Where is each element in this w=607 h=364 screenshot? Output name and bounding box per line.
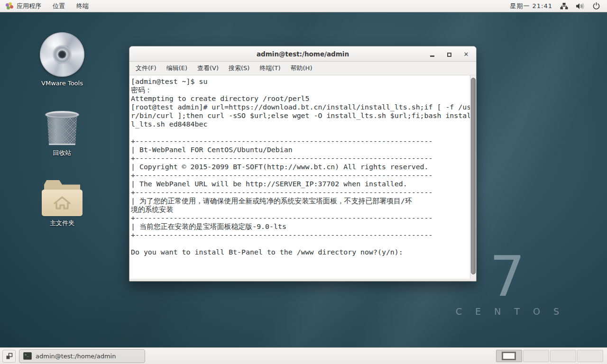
taskbar-window-label: admin@test:/home/admin — [36, 353, 116, 360]
terminal-line: | The WebPanel URL will be http://SERVER… — [131, 180, 469, 188]
clock[interactable]: 星期一 21:41 — [510, 2, 552, 10]
desktop-icon-vmware-tools[interactable]: VMware Tools — [33, 32, 92, 87]
terminal-menu-item[interactable]: 查看(V) — [197, 64, 219, 73]
workspace-1[interactable] — [496, 350, 522, 362]
close-button[interactable]: ✕ — [463, 51, 469, 57]
terminal-text: [admin@test ~]$ su密码：Attempting to creat… — [129, 75, 476, 256]
terminal-line: +---------------------------------------… — [131, 154, 469, 163]
power-icon[interactable] — [592, 2, 600, 10]
maximize-button[interactable] — [446, 51, 452, 57]
workspace-2[interactable] — [523, 350, 549, 362]
terminal-line: | Bt-WebPanel FOR CentOS/Ubuntu/Debian — [131, 146, 469, 154]
terminal-line: +---------------------------------------… — [131, 188, 469, 197]
workspace-4[interactable] — [577, 350, 603, 362]
network-icon[interactable] — [560, 2, 568, 10]
scrollbar-thumb[interactable] — [471, 78, 476, 274]
house-glyph — [51, 195, 74, 211]
terminal-line: +---------------------------------------… — [131, 171, 469, 180]
terminal-app-menu-label: 终端 — [76, 2, 89, 10]
minimize-button[interactable] — [429, 51, 435, 57]
terminal-app-menu[interactable]: 终端 — [76, 2, 89, 10]
terminal-scrollbar[interactable] — [470, 75, 476, 279]
applications-menu-label: 应用程序 — [17, 2, 41, 10]
maximize-icon — [447, 53, 451, 57]
window-title: admin@test:/home/admin — [129, 50, 476, 58]
desktop-icon-label: 回收站 — [53, 149, 72, 157]
terminal-line: [root@test admin]# url=https://download.… — [131, 103, 469, 111]
show-desktop-button[interactable] — [2, 350, 16, 363]
terminal-app-icon: >_ — [23, 352, 32, 360]
terminal-line: l_lts.sh ed8484bec — [131, 120, 469, 128]
terminal-menu-item[interactable]: 终端(T) — [259, 64, 280, 73]
terminal-window: admin@test:/home/admin ✕ 文件(F)编辑(E)查看(V)… — [129, 46, 477, 282]
desktop-icon-label: VMware Tools — [41, 80, 83, 87]
terminal-line: Attempting to create directory /root/per… — [131, 94, 469, 103]
window-bottom-edge — [129, 279, 476, 281]
terminal-line: 密码： — [131, 86, 469, 94]
terminal-content[interactable]: [admin@test ~]$ su密码：Attempting to creat… — [129, 75, 476, 279]
desktop-icon-label: 主文件夹 — [50, 219, 74, 228]
centos-brand-text: C E N T O S — [451, 306, 564, 317]
workspace-window-preview — [502, 352, 516, 360]
window-controls: ✕ — [429, 51, 476, 57]
workspace-3[interactable] — [550, 350, 576, 362]
home-folder-icon — [41, 180, 83, 216]
terminal-menu-item[interactable]: 编辑(E) — [166, 64, 187, 73]
workspace-switcher — [496, 350, 603, 362]
places-menu[interactable]: 位置 — [53, 2, 65, 10]
top-menu-bar: 应用程序 位置 终端 — [0, 2, 89, 10]
system-tray: 星期一 21:41 — [510, 2, 607, 10]
applications-icon — [6, 2, 13, 10]
terminal-line: | Copyright © 2015-2099 BT-SOFT(http://w… — [131, 163, 469, 171]
show-desktop-icon — [6, 353, 13, 360]
terminal-line: +---------------------------------------… — [131, 231, 469, 239]
terminal-line: +---------------------------------------… — [131, 214, 469, 222]
terminal-menubar: 文件(F)编辑(E)查看(V)搜索(S)终端(T)帮助(H) — [129, 62, 476, 75]
terminal-line — [131, 128, 469, 137]
terminal-menu-item[interactable]: 文件(F) — [136, 64, 156, 73]
terminal-line: Do you want to install Bt-Panel to the /… — [131, 248, 469, 256]
close-icon: ✕ — [464, 51, 469, 57]
trash-icon — [45, 111, 79, 146]
applications-menu[interactable]: 应用程序 — [6, 2, 41, 10]
terminal-menu-item[interactable]: 帮助(H) — [291, 64, 313, 73]
desktop-icon-home[interactable]: 主文件夹 — [33, 180, 92, 228]
volume-icon[interactable] — [576, 2, 585, 10]
top-panel: 应用程序 位置 终端 星期一 21:41 — [0, 0, 607, 12]
terminal-line: | 为了您的正常使用，请确保使用全新或纯净的系统安装宝塔面板，不支持已部署项目/… — [131, 197, 469, 205]
taskbar: >_ admin@test:/home/admin — [0, 347, 607, 364]
desktop-icon-trash[interactable]: 回收站 — [33, 108, 92, 157]
terminal-line: [admin@test ~]$ su — [131, 77, 469, 86]
places-menu-label: 位置 — [53, 2, 65, 10]
terminal-line: +---------------------------------------… — [131, 137, 469, 146]
terminal-titlebar[interactable]: admin@test:/home/admin ✕ — [129, 46, 476, 62]
cd-disc-icon — [40, 32, 84, 77]
taskbar-window-button[interactable]: >_ admin@test:/home/admin — [19, 349, 145, 363]
terminal-line: r/bin/curl ];then curl -sSO $url;else wg… — [131, 111, 469, 120]
terminal-line: 境的系统安装 — [131, 205, 469, 214]
terminal-line: | 当前您正在安装的是宝塔面板稳定版-9.0-lts — [131, 222, 469, 231]
minimize-icon — [430, 55, 434, 57]
terminal-line — [131, 239, 469, 248]
terminal-menu-item[interactable]: 搜索(S) — [229, 64, 249, 73]
